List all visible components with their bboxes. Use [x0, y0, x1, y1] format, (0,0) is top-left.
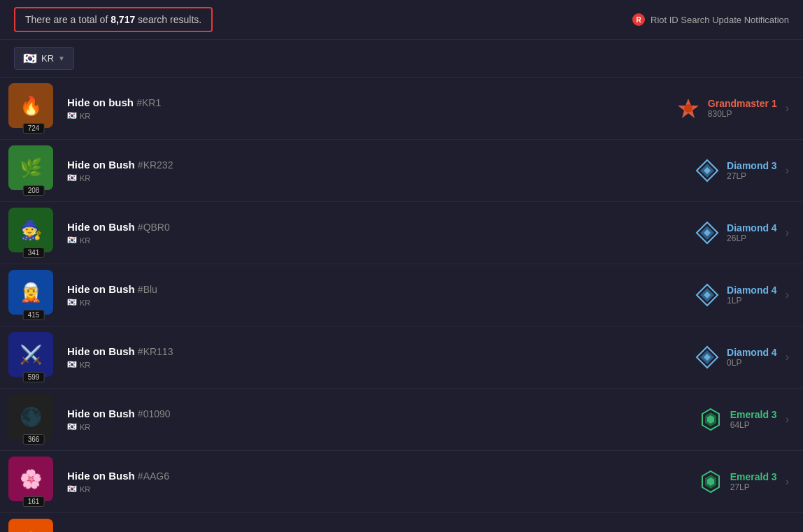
- player-name: Hide on Bush #KR113: [67, 345, 173, 357]
- result-row[interactable]: 🧝 415 Hide on Bush #Blu 🇰🇷 KR: [0, 264, 803, 326]
- player-info: Hide on Bush #KR113 🇰🇷 KR: [67, 345, 173, 369]
- rank-details: Diamond 4 0LP: [727, 347, 777, 368]
- rank-lp: 27LP: [730, 482, 777, 492]
- player-region: 🇰🇷 KR: [67, 236, 170, 245]
- player-name: Hide on Bush #Blu: [67, 283, 157, 295]
- rank-lp: 1LP: [727, 296, 777, 305]
- player-tag: #KR113: [138, 346, 173, 357]
- name-main: Hide on Bush: [67, 408, 135, 419]
- result-row[interactable]: 🌑 366 Hide on Bush #01090 🇰🇷 KR: [0, 389, 803, 451]
- rank-icon: [695, 345, 720, 370]
- region-text: KR: [80, 361, 90, 369]
- name-main: Hide on Bush: [67, 159, 135, 171]
- rank-info: Diamond 4 1LP: [695, 282, 777, 308]
- level-badge: 366: [23, 434, 45, 445]
- search-results-suffix: search results.: [135, 14, 201, 25]
- rank-info: Diamond 4 0LP: [695, 345, 777, 370]
- level-badge: 599: [23, 372, 45, 382]
- rank-icon: [676, 96, 701, 121]
- player-tag: #AAG6: [138, 470, 169, 482]
- avatar-wrapper: 🔥 724: [8, 83, 59, 134]
- rank-details: Diamond 3 27LP: [727, 160, 777, 181]
- chevron-right-icon: ›: [786, 475, 789, 488]
- result-row[interactable]: 🔥 724 Hide on bush #KR1 🇰🇷 KR: [0, 78, 803, 140]
- svg-point-1: [684, 104, 692, 113]
- left-section: 🌑 366 Hide on Bush #01090 🇰🇷 KR: [8, 394, 171, 445]
- player-region: 🇰🇷 KR: [67, 422, 171, 431]
- chevron-right-icon: ›: [786, 227, 789, 239]
- name-main: Hide on bush: [67, 96, 134, 108]
- rank-lp: 0LP: [727, 358, 777, 368]
- player-region: 🇰🇷 KR: [67, 298, 157, 307]
- result-row[interactable]: 🌿 208 Hide on Bush #KR232 🇰🇷 KR: [0, 140, 803, 202]
- region-flag-icon: 🇰🇷: [67, 484, 77, 494]
- chevron-right-icon: ›: [786, 289, 789, 301]
- rank-details: Diamond 4 1LP: [727, 285, 777, 305]
- rank-details: Emerald 3 64LP: [730, 409, 777, 430]
- avatar-wrapper: ⚔️ 599: [8, 332, 59, 382]
- rank-tier: Diamond 4: [727, 285, 777, 296]
- region-flag-icon: 🇰🇷: [67, 360, 77, 369]
- region-selector[interactable]: 🇰🇷 KR ▼: [14, 47, 74, 70]
- player-name: Hide on Bush #01090: [67, 408, 171, 419]
- right-section: Diamond 4 1LP ›: [695, 282, 789, 308]
- rank-lp: 27LP: [727, 171, 777, 181]
- region-flag-icon: 🇰🇷: [67, 173, 77, 182]
- avatar-wrapper: 🌑 366: [8, 394, 59, 445]
- chevron-right-icon: ›: [786, 413, 789, 426]
- player-tag: #01090: [138, 408, 171, 419]
- riot-notification: R Riot ID Search Update Notification: [632, 13, 789, 26]
- rank-info: Emerald 3 27LP: [698, 469, 777, 494]
- chevron-right-icon: ›: [786, 102, 789, 115]
- region-flag-icon: 🇰🇷: [67, 298, 77, 307]
- result-row[interactable]: 🔶 49 Hide on Bush #8609 🇰🇷 KR: [0, 513, 803, 532]
- player-info: Hide on Bush #KR232 🇰🇷 KR: [67, 159, 173, 182]
- player-tag: #QBR0: [138, 222, 170, 233]
- player-info: Hide on Bush #AAG6 🇰🇷 KR: [67, 470, 169, 494]
- rank-details: Grandmaster 1 830LP: [708, 98, 777, 119]
- player-info: Hide on Bush #01090 🇰🇷 KR: [67, 408, 171, 431]
- name-main: Hide on Bush: [67, 470, 135, 482]
- level-badge: 208: [23, 185, 45, 196]
- region-flag-icon: 🇰🇷: [67, 422, 77, 431]
- rank-info: Diamond 3 27LP: [695, 158, 777, 183]
- result-row[interactable]: 🌸 161 Hide on Bush #AAG6 🇰🇷 KR: [0, 451, 803, 513]
- rank-icon: [695, 158, 720, 183]
- player-region: 🇰🇷 KR: [67, 111, 161, 120]
- left-section: 🔶 49 Hide on Bush #8609 🇰🇷 KR: [8, 519, 165, 532]
- region-text: KR: [80, 485, 90, 494]
- rank-info: Diamond 4 26LP: [695, 220, 777, 245]
- player-name: Hide on Bush #AAG6: [67, 470, 169, 482]
- chevron-right-icon: ›: [786, 164, 789, 177]
- rank-lp: 64LP: [730, 420, 777, 430]
- player-region: 🇰🇷 KR: [67, 173, 173, 182]
- region-text: KR: [80, 423, 90, 431]
- player-name: Hide on bush #KR1: [67, 96, 161, 108]
- name-main: Hide on Bush: [67, 345, 135, 357]
- rank-tier: Emerald 3: [730, 409, 777, 420]
- left-section: 🧝 415 Hide on Bush #Blu 🇰🇷 KR: [8, 270, 157, 320]
- left-section: 🌿 208 Hide on Bush #KR232 🇰🇷 KR: [8, 145, 173, 196]
- chevron-right-icon: ›: [786, 351, 789, 364]
- notification-label: Riot ID Search Update Notification: [651, 15, 789, 25]
- result-row[interactable]: ⚔️ 599 Hide on Bush #KR113 🇰🇷 KR: [0, 326, 803, 389]
- rank-lp: 26LP: [727, 233, 777, 243]
- region-flag-icon: 🇰🇷: [67, 236, 77, 245]
- region-text: KR: [80, 112, 90, 120]
- level-badge: 161: [23, 496, 45, 507]
- level-badge: 724: [23, 123, 45, 134]
- player-region: 🇰🇷 KR: [67, 484, 169, 494]
- right-section: Diamond 4 0LP ›: [695, 345, 789, 370]
- result-row[interactable]: 🧙 341 Hide on Bush #QBR0 🇰🇷 KR: [0, 202, 803, 264]
- region-text: KR: [80, 174, 90, 182]
- avatar-wrapper: 🔶 49: [8, 519, 59, 532]
- right-section: Grandmaster 1 830LP ›: [676, 96, 789, 121]
- rank-lp: 830LP: [708, 109, 777, 119]
- name-main: Hide on Bush: [67, 283, 135, 295]
- right-section: Emerald 3 64LP ›: [698, 407, 789, 432]
- search-results-box: There are a total of 8,717 search result…: [14, 7, 213, 32]
- right-section: Diamond 3 27LP ›: [695, 158, 789, 183]
- rank-details: Emerald 3 27LP: [730, 471, 777, 492]
- rank-tier: Diamond 3: [727, 160, 777, 171]
- right-section: Emerald 3 27LP ›: [698, 469, 789, 494]
